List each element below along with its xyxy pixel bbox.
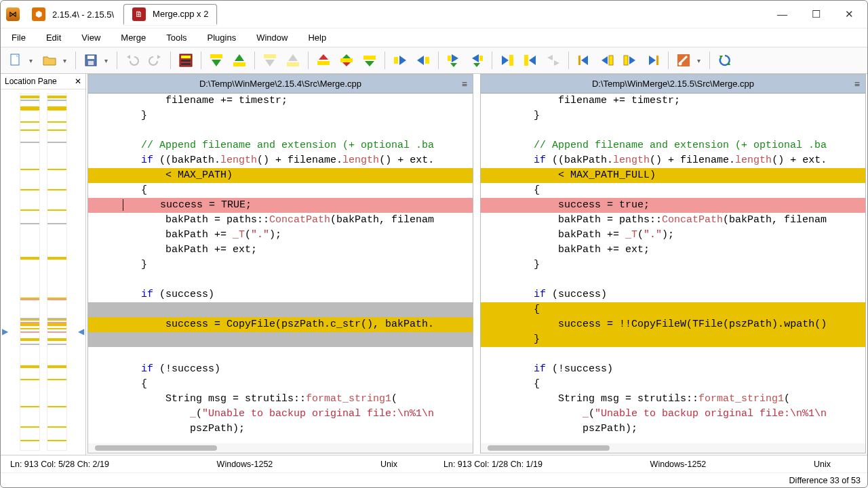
svg-marker-27 bbox=[399, 56, 406, 65]
save-button[interactable] bbox=[81, 51, 100, 70]
svg-marker-39 bbox=[529, 56, 536, 65]
location-pane-close[interactable]: ✕ bbox=[75, 77, 81, 86]
editor-menu-icon[interactable]: ≡ bbox=[462, 79, 467, 89]
shield-icon: ⬢ bbox=[32, 7, 45, 21]
editor-right-title: D:\Temp\WinMerge\2.15.5\Src\Merge.cpp bbox=[592, 79, 754, 89]
svg-marker-19 bbox=[319, 54, 328, 60]
code-left[interactable]: filename += timestr; } // Append filenam… bbox=[88, 94, 473, 443]
svg-marker-21 bbox=[342, 54, 351, 58]
prev-conflict-button[interactable] bbox=[283, 51, 302, 70]
code-right[interactable]: filename += timestr; } // Append filenam… bbox=[481, 94, 865, 443]
last-diff-button[interactable] bbox=[360, 51, 379, 70]
svg-marker-18 bbox=[288, 54, 298, 61]
refresh-button[interactable] bbox=[715, 51, 734, 70]
menu-help[interactable]: Help bbox=[304, 31, 330, 44]
prev-file-button[interactable] bbox=[597, 51, 616, 70]
svg-rect-49 bbox=[656, 56, 658, 65]
options-button[interactable] bbox=[674, 51, 693, 70]
new-button[interactable] bbox=[6, 51, 25, 70]
open-button[interactable] bbox=[40, 51, 59, 70]
menu-file[interactable]: File bbox=[7, 31, 30, 44]
hscroll-left[interactable] bbox=[88, 443, 473, 453]
svg-marker-41 bbox=[554, 60, 559, 66]
location-strip-left[interactable] bbox=[20, 94, 40, 451]
last-file-button[interactable] bbox=[644, 51, 663, 70]
scrollbar-thumb[interactable] bbox=[488, 445, 610, 451]
svg-rect-38 bbox=[524, 55, 528, 66]
copy-left-advance-button[interactable] bbox=[467, 51, 486, 70]
location-pane: Location Pane ✕ ▶ ◀ bbox=[1, 74, 86, 455]
svg-rect-46 bbox=[624, 56, 628, 65]
redo-button[interactable] bbox=[146, 51, 165, 70]
maximize-button[interactable]: ☐ bbox=[812, 8, 821, 20]
next-diff-button[interactable] bbox=[207, 51, 226, 70]
copy-right-advance-button[interactable] bbox=[444, 51, 463, 70]
separator bbox=[170, 52, 171, 69]
tab-active[interactable]: 🗎 Merge.cpp x 2 bbox=[123, 4, 217, 25]
status-right-enc: Windows-1252 bbox=[552, 460, 804, 469]
svg-rect-34 bbox=[479, 56, 483, 61]
first-file-button[interactable] bbox=[574, 51, 593, 70]
svg-rect-11 bbox=[210, 54, 222, 58]
menu-plugins[interactable]: Plugins bbox=[203, 31, 241, 44]
scrollbar-thumb[interactable] bbox=[95, 445, 217, 451]
svg-marker-48 bbox=[649, 56, 656, 65]
copy-right-button[interactable] bbox=[391, 51, 410, 70]
next-conflict-button[interactable] bbox=[260, 51, 279, 70]
swap-button[interactable] bbox=[544, 51, 563, 70]
current-diff-button[interactable] bbox=[337, 51, 356, 70]
separator bbox=[709, 52, 710, 69]
diff-pane-button[interactable] bbox=[176, 51, 195, 70]
svg-marker-32 bbox=[450, 63, 457, 67]
arrow-left-icon: ◀ bbox=[78, 327, 84, 336]
separator bbox=[254, 52, 255, 69]
editor-menu-icon[interactable]: ≡ bbox=[854, 79, 860, 89]
dropdown-icon[interactable]: ▾ bbox=[63, 57, 70, 64]
editor-right: D:\Temp\WinMerge\2.15.5\Src\Merge.cpp ≡ … bbox=[480, 74, 866, 453]
menu-edit[interactable]: Edit bbox=[42, 31, 65, 44]
menu-tools[interactable]: Tools bbox=[162, 31, 191, 44]
location-strip-area[interactable]: ▶ ◀ bbox=[1, 89, 85, 455]
dropdown-icon[interactable]: ▾ bbox=[29, 57, 36, 64]
close-button[interactable]: ✕ bbox=[845, 8, 854, 20]
editor-left: D:\Temp\WinMerge\2.15.4\Src\Merge.cpp ≡ … bbox=[87, 74, 473, 453]
menu-merge[interactable]: Merge bbox=[117, 31, 150, 44]
tab-label: Merge.cpp x 2 bbox=[153, 9, 208, 19]
separator bbox=[668, 52, 669, 69]
status-diff-count: Difference 33 of 53 bbox=[789, 476, 861, 485]
dropdown-icon[interactable]: ▾ bbox=[697, 57, 704, 64]
svg-marker-6 bbox=[157, 55, 161, 59]
svg-marker-35 bbox=[473, 63, 480, 67]
svg-rect-3 bbox=[87, 56, 94, 59]
editor-left-title: D:\Temp\WinMerge\2.15.4\Src\Merge.cpp bbox=[199, 79, 361, 89]
next-file-button[interactable] bbox=[620, 51, 639, 70]
separator bbox=[568, 52, 569, 69]
svg-marker-33 bbox=[472, 54, 479, 62]
all-right-button[interactable] bbox=[498, 51, 517, 70]
svg-marker-37 bbox=[502, 56, 509, 65]
minimize-button[interactable]: — bbox=[777, 8, 787, 20]
copy-left-button[interactable] bbox=[414, 51, 433, 70]
svg-marker-14 bbox=[235, 54, 244, 61]
first-diff-button[interactable] bbox=[314, 51, 333, 70]
hscroll-right[interactable] bbox=[481, 443, 865, 453]
svg-marker-43 bbox=[581, 56, 588, 65]
svg-point-51 bbox=[679, 62, 682, 66]
menu-view[interactable]: View bbox=[77, 31, 104, 44]
separator bbox=[438, 52, 439, 69]
location-strip-right[interactable] bbox=[47, 94, 67, 451]
svg-rect-26 bbox=[394, 57, 398, 64]
tab-folders[interactable]: ⬢ 2.15.4\ - 2.15.5\ bbox=[25, 5, 121, 24]
svg-marker-23 bbox=[342, 62, 351, 66]
svg-rect-44 bbox=[609, 56, 613, 65]
all-left-button[interactable] bbox=[521, 51, 540, 70]
prev-diff-button[interactable] bbox=[230, 51, 249, 70]
tab-label: 2.15.4\ - 2.15.5\ bbox=[52, 9, 114, 20]
separator bbox=[201, 52, 201, 69]
title-bar: ⋈ ⬢ 2.15.4\ - 2.15.5\ 🗎 Merge.cpp x 2 — … bbox=[1, 1, 867, 28]
svg-marker-16 bbox=[265, 60, 275, 66]
undo-button[interactable] bbox=[123, 51, 142, 70]
menu-window[interactable]: Window bbox=[252, 31, 292, 44]
dropdown-icon[interactable]: ▾ bbox=[104, 57, 111, 64]
editors: D:\Temp\WinMerge\2.15.4\Src\Merge.cpp ≡ … bbox=[86, 74, 867, 455]
